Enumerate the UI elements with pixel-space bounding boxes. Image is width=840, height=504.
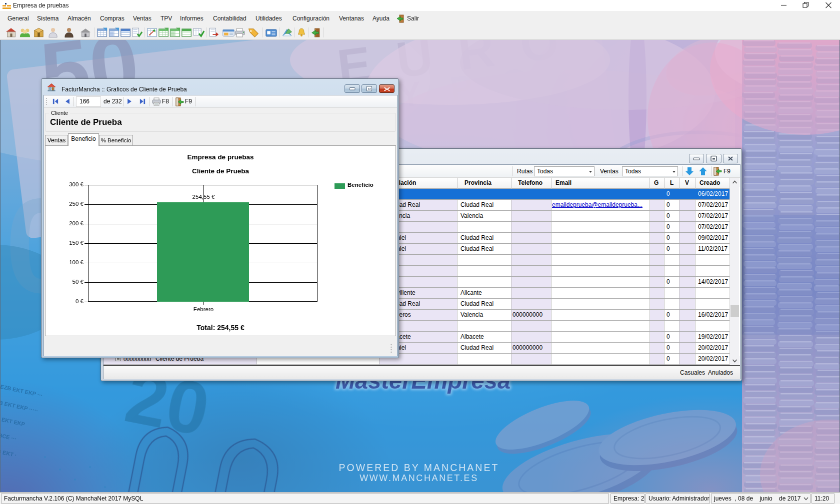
svg-text:WWW.MANCHANET.ES: WWW.MANCHANET.ES xyxy=(360,473,478,483)
svg-text:POWERED BY MANCHANET: POWERED BY MANCHANET xyxy=(339,462,500,473)
